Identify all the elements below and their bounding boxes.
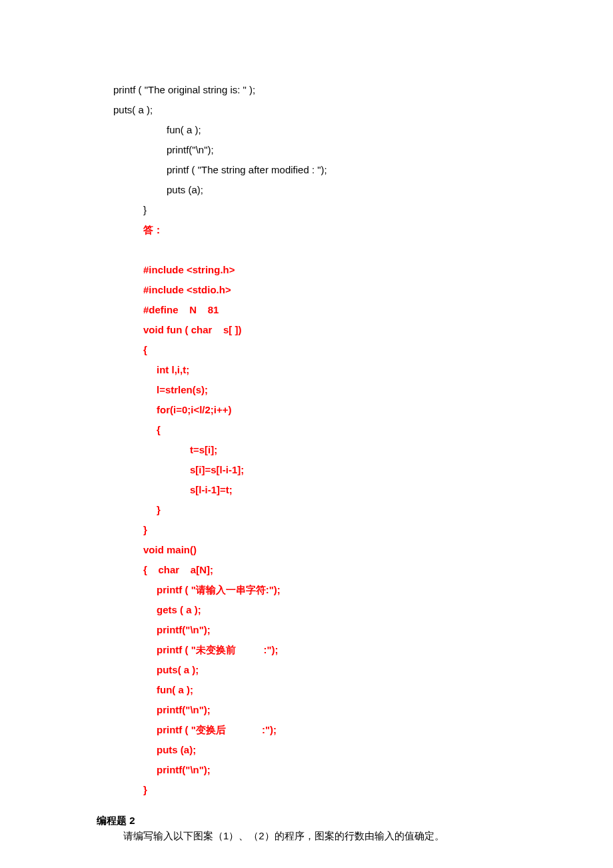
code-line-red: #include <stdio.h> [60, 280, 553, 300]
question-text: 请编写输入以下图案（1）、（2）的程序，图案的行数由输入的值确定。 [60, 829, 553, 844]
code-line: printf("\n"); [60, 140, 553, 160]
code-line-red: } [60, 520, 553, 540]
code-line-red: #include <string.h> [60, 260, 553, 280]
code-line-red: s[i]=s[l-i-1]; [60, 460, 553, 480]
code-line-red: printf ( "请输入一串字符:"); [60, 580, 553, 600]
code-line-red: l=strlen(s); [60, 380, 553, 400]
code-line: printf ( "The original string is: " ); [60, 80, 553, 100]
code-line-red: printf ( "变换后 :"); [60, 720, 553, 740]
code-line-red: { char a[N]; [60, 560, 553, 580]
code-line-red: } [60, 500, 553, 520]
code-line-red: t=s[i]; [60, 440, 553, 460]
code-line-red: #define N 81 [60, 300, 553, 320]
code-line: } [60, 200, 553, 220]
code-line: puts( a ); [60, 100, 553, 120]
answer-label: 答： [60, 220, 553, 240]
code-line-red: } [60, 780, 553, 800]
code-line-red: s[l-i-1]=t; [60, 480, 553, 500]
code-line-red: int l,i,t; [60, 360, 553, 380]
code-line: puts (a); [60, 180, 553, 200]
blank-line [60, 240, 553, 260]
code-line-red: void fun ( char s[ ]) [60, 320, 553, 340]
section-title: 编程题 2 [60, 813, 553, 829]
code-line-red: { [60, 420, 553, 440]
code-line-red: { [60, 340, 553, 360]
code-line: fun( a ); [60, 120, 553, 140]
code-line-red: puts (a); [60, 740, 553, 760]
code-line-red: printf("\n"); [60, 760, 553, 780]
code-line-red: printf("\n"); [60, 700, 553, 720]
code-line-red: puts( a ); [60, 660, 553, 680]
code-line-red: printf ( "未变换前 :"); [60, 640, 553, 660]
code-line-red: fun( a ); [60, 680, 553, 700]
code-line-red: printf("\n"); [60, 620, 553, 640]
code-line: printf ( "The string after modified : ")… [60, 160, 553, 180]
code-line-red: void main() [60, 540, 553, 560]
code-line-red: gets ( a ); [60, 600, 553, 620]
code-line-red: for(i=0;i<l/2;i++) [60, 400, 553, 420]
document-page: printf ( "The original string is: " ); p… [0, 0, 613, 868]
